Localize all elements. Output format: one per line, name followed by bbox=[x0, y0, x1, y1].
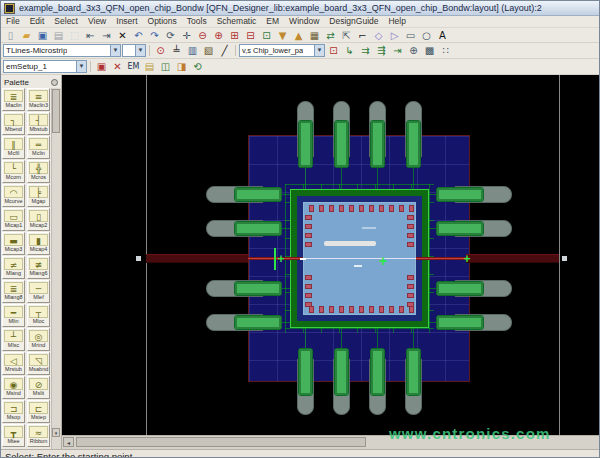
palette-item-micap1[interactable]: ▭Micap1 bbox=[2, 208, 25, 231]
redo-icon[interactable]: ↷ bbox=[147, 29, 162, 42]
bond-pad[interactable] bbox=[339, 205, 344, 212]
qfn-pad[interactable] bbox=[234, 221, 282, 236]
fit-width-icon[interactable]: ⇤ bbox=[83, 29, 98, 42]
palette-item-micap2[interactable]: ▯Micap2 bbox=[27, 208, 50, 231]
title-bar[interactable]: example_board_3x3_QFN_open_chip_Bondw [Q… bbox=[1, 1, 599, 16]
qfn-pad[interactable] bbox=[406, 348, 421, 396]
palette-item-mbend[interactable]: ┐Mbend bbox=[2, 112, 25, 135]
pin-double-icon[interactable]: ⇉ bbox=[358, 44, 373, 57]
palette-category-dropdown[interactable]: TLines-Microstrip ▼ bbox=[3, 44, 121, 57]
em-label-icon[interactable]: EM bbox=[126, 60, 141, 73]
bond-pad[interactable] bbox=[309, 205, 314, 212]
qfn-pad[interactable] bbox=[298, 348, 313, 396]
bond-pad[interactable] bbox=[379, 306, 384, 313]
menu-insert[interactable]: Insert bbox=[111, 16, 142, 27]
palette-item-mlsc[interactable]: ┴Mlsc bbox=[2, 328, 25, 351]
library-browser-icon[interactable]: ▦ bbox=[307, 29, 322, 42]
bond-pad[interactable] bbox=[407, 242, 414, 247]
menu-tools[interactable]: Tools bbox=[182, 16, 212, 27]
palette-item-msabnd[interactable]: ◹Msabnd bbox=[27, 352, 50, 375]
substrate-icon[interactable]: ▤ bbox=[142, 60, 157, 73]
palette-item-mcros[interactable]: ╬Mcros bbox=[27, 160, 50, 183]
bond-pad[interactable] bbox=[305, 215, 312, 220]
text-tool-icon[interactable]: A bbox=[435, 29, 450, 42]
port-marker[interactable]: + bbox=[378, 257, 388, 267]
bond-pad[interactable] bbox=[407, 275, 414, 280]
bond-pad[interactable] bbox=[389, 306, 394, 313]
menu-view[interactable]: View bbox=[83, 16, 111, 27]
bond-pad[interactable] bbox=[407, 284, 414, 289]
chevron-down-icon[interactable]: ▼ bbox=[110, 45, 120, 56]
qfn-pad[interactable] bbox=[298, 120, 313, 168]
insert-pin-icon[interactable]: ⊙ bbox=[153, 44, 168, 57]
bond-pad[interactable] bbox=[359, 205, 364, 212]
bond-pad[interactable] bbox=[407, 224, 414, 229]
bond-pad[interactable] bbox=[349, 306, 354, 313]
menu-help[interactable]: Help bbox=[383, 16, 410, 27]
pin-icon[interactable] bbox=[51, 79, 58, 86]
palette-item-maclin3[interactable]: ≡Maclin3 bbox=[27, 88, 50, 111]
rectangle-tool-icon[interactable]: ▭ bbox=[403, 29, 418, 42]
polygon-tool-icon[interactable]: ▷ bbox=[387, 29, 402, 42]
rotate-icon[interactable]: ⟳ bbox=[163, 29, 178, 42]
menu-window[interactable]: Window bbox=[284, 16, 324, 27]
clipboard-icon[interactable]: ⬚ bbox=[67, 29, 82, 42]
em-update-icon[interactable]: ⟲ bbox=[190, 60, 205, 73]
menu-designguide[interactable]: DesignGuide bbox=[324, 16, 383, 27]
feed-trace[interactable] bbox=[466, 254, 559, 263]
undo-icon[interactable]: ↶ bbox=[131, 29, 146, 42]
bond-pad[interactable] bbox=[329, 306, 334, 313]
layer-select-icon[interactable]: ▩ bbox=[422, 44, 437, 57]
palette-item-msop[interactable]: ⊐Msop bbox=[2, 400, 25, 423]
draw-pencil-icon[interactable]: ╱ bbox=[217, 44, 232, 57]
qfn-pad[interactable] bbox=[436, 221, 484, 236]
palette-item-micap4[interactable]: ▮Micap4 bbox=[27, 232, 50, 255]
menu-em[interactable]: EM bbox=[261, 16, 284, 27]
palette-item-mclin[interactable]: ═Mclin bbox=[27, 136, 50, 159]
em-setup-dropdown[interactable]: emSetup_1 ▼ bbox=[3, 60, 87, 73]
palette-item-mgap[interactable]: ╞Mgap bbox=[27, 184, 50, 207]
bond-pad[interactable] bbox=[319, 306, 324, 313]
palette-scrollbar[interactable]: ▾ bbox=[51, 88, 61, 449]
save-icon[interactable]: ▣ bbox=[35, 29, 50, 42]
ground-icon[interactable]: ╧ bbox=[169, 44, 184, 57]
bond-pad[interactable] bbox=[399, 205, 404, 212]
em-setup-icon[interactable]: ▣ bbox=[94, 60, 109, 73]
palette-item-ribbon[interactable]: ≈Ribbon bbox=[27, 424, 50, 447]
bond-pad[interactable] bbox=[369, 306, 374, 313]
bond-pad[interactable] bbox=[389, 205, 394, 212]
fit-all-icon[interactable]: ⇥ bbox=[99, 29, 114, 42]
bond-pad[interactable] bbox=[407, 233, 414, 238]
bond-pad[interactable] bbox=[407, 302, 414, 307]
palette-item-mlang8[interactable]: ≣Mlang8 bbox=[2, 280, 25, 303]
zoom-fit-icon[interactable]: ⊡ bbox=[259, 29, 274, 42]
bond-pad[interactable] bbox=[349, 205, 354, 212]
palette-item-mlang[interactable]: ≠Mlang bbox=[2, 256, 25, 279]
palette-item-mlef[interactable]: ─Mlef bbox=[27, 280, 50, 303]
bond-pad[interactable] bbox=[305, 284, 312, 289]
bond-pad[interactable] bbox=[407, 215, 414, 220]
bond-pad[interactable] bbox=[305, 275, 312, 280]
qfn-pad[interactable] bbox=[436, 187, 484, 202]
bond-pad[interactable] bbox=[305, 224, 312, 229]
preview-3d-icon[interactable]: ◨ bbox=[174, 60, 189, 73]
move-icon[interactable]: ✛ bbox=[179, 29, 194, 42]
bond-pad[interactable] bbox=[359, 306, 364, 313]
chevron-down-icon[interactable]: ▼ bbox=[76, 61, 86, 72]
port-marker[interactable] bbox=[136, 256, 141, 261]
port-marker[interactable]: + bbox=[462, 255, 472, 265]
palette-item-mstep[interactable]: ⊏Mstep bbox=[27, 400, 50, 423]
port-marker[interactable] bbox=[562, 256, 567, 261]
zoom-in-icon[interactable]: ⊕ bbox=[211, 29, 226, 42]
push-into-icon[interactable]: ▼ bbox=[275, 29, 290, 42]
menu-file[interactable]: File bbox=[1, 16, 25, 27]
pin-auto-icon[interactable]: ⇶ bbox=[374, 44, 389, 57]
qfn-pad[interactable] bbox=[234, 187, 282, 202]
palette-item-msind[interactable]: ◉Msind bbox=[2, 376, 25, 399]
scroll-left-button[interactable]: ◂ bbox=[63, 437, 74, 447]
history-dropdown[interactable]: ▼ bbox=[122, 44, 146, 57]
open-folder-icon[interactable]: ▰ bbox=[19, 29, 34, 42]
qfn-pad[interactable] bbox=[436, 315, 484, 330]
layout-canvas[interactable]: +++ bbox=[62, 75, 599, 435]
bond-pad[interactable] bbox=[305, 302, 312, 307]
